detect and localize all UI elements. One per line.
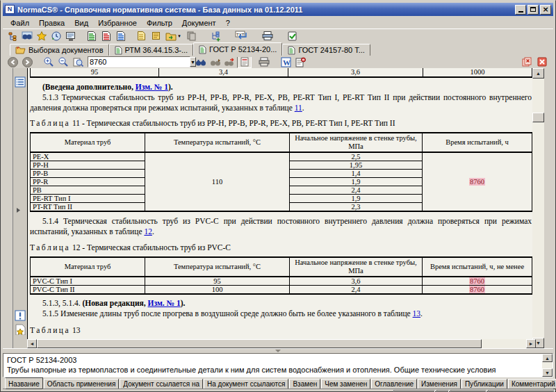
caption-word: Таблица	[30, 326, 70, 334]
minimize-button[interactable]	[515, 5, 526, 15]
time-cell: 8760	[423, 152, 532, 211]
check-status-button[interactable]	[285, 30, 300, 42]
find-button[interactable]	[193, 56, 208, 68]
table-13-link[interactable]: 13	[413, 309, 421, 318]
maximize-button[interactable]	[528, 5, 539, 15]
splitter-collapse-icon[interactable]	[275, 350, 281, 352]
page-setup-button[interactable]	[261, 30, 275, 42]
zoom-scale-button[interactable]	[70, 56, 85, 68]
open-text-button[interactable]	[134, 30, 149, 42]
app-icon[interactable]: N	[5, 5, 15, 14]
folder-export-icon	[165, 31, 177, 41]
copy-button[interactable]	[184, 30, 199, 42]
nav-back-button[interactable]	[6, 56, 20, 68]
vertical-scrollbar[interactable]: ▲ ▼	[532, 68, 544, 348]
amendment-link[interactable]: Изм. № 1	[148, 299, 181, 307]
export-folder-button[interactable]: ▾	[163, 30, 184, 42]
info-tab-changes[interactable]: Изменения	[418, 379, 461, 389]
tree-plus-icon	[211, 31, 222, 42]
column-header: Температура испытаний, °С	[145, 257, 290, 277]
export-word-button[interactable]: W	[279, 56, 293, 68]
scroll-track[interactable]	[532, 68, 544, 348]
paragraph-new-edition: 5.1.3, 5.1.4. (Новая редакция, Изм. № 1)…	[30, 298, 532, 309]
tab-rtm-36-44[interactable]: РТМ 36.44.15.3-...	[109, 44, 194, 56]
material-cell: PT-RT Тип II	[31, 202, 145, 211]
info-tab-referenced-by[interactable]: На документ ссылаются	[204, 379, 288, 389]
tab-gost-r-52134[interactable]: ГОСТ Р 52134-20...	[193, 42, 282, 56]
info-tab-comment[interactable]: Комментарий	[508, 379, 556, 389]
text-view-toggle[interactable]	[237, 56, 252, 68]
table-11-link[interactable]: 11	[295, 104, 302, 112]
table-row: PVC-C Тип II 100 2,4 8760	[31, 285, 532, 294]
text-compare-button[interactable]: TXT	[233, 30, 251, 42]
menu-filter[interactable]: Фильтр	[142, 18, 177, 28]
print-button[interactable]	[257, 56, 272, 68]
history-clock-icon	[51, 31, 62, 42]
search-input[interactable]	[88, 57, 190, 67]
zoom-in-icon	[43, 56, 54, 67]
doc-properties-icon	[295, 57, 306, 67]
info-tab-references-to[interactable]: Документ ссылается на	[120, 379, 203, 389]
menu-file[interactable]: Файл	[6, 18, 34, 28]
menu-favorites[interactable]: Избранное	[93, 18, 142, 28]
find-next-button[interactable]	[208, 56, 222, 68]
bookmark-star-icon[interactable]	[15, 324, 26, 335]
tab-gost-24157[interactable]: ГОСТ 24157-80 Т...	[282, 44, 370, 56]
menu-edit[interactable]: Правка	[34, 18, 70, 28]
close-all-documents-button[interactable]	[520, 56, 534, 68]
notes-list-icon[interactable]	[15, 76, 26, 88]
caption-word: Таблица	[30, 119, 70, 127]
menu-help[interactable]: ?	[221, 18, 235, 28]
info-tab-replaced-by[interactable]: Чем заменен	[321, 379, 370, 389]
scroll-down-button[interactable]: ▼	[542, 368, 553, 377]
search-documents-button[interactable]	[19, 30, 34, 42]
close-button[interactable]: ×	[540, 5, 551, 15]
find-in-found-button[interactable]	[222, 56, 237, 68]
info-tab-scope[interactable]: Область применения	[44, 379, 120, 389]
table-12-link[interactable]: 12	[144, 227, 152, 236]
doc-status-replaced-button[interactable]	[113, 30, 128, 42]
stress-cell: 1,9	[290, 194, 423, 202]
open-card-button[interactable]	[149, 30, 163, 42]
horizontal-scrollbar[interactable]: ◄ ►	[27, 339, 536, 348]
info-panel-scrollbar[interactable]: ▲ ▼	[542, 354, 553, 377]
table-12-caption: Таблица 12 - Термическая стабильность тр…	[30, 243, 534, 252]
info-tab-name[interactable]: Название	[5, 377, 43, 389]
info-tab-publications[interactable]: Публикации	[461, 379, 507, 389]
scroll-left-button[interactable]: ◄	[27, 339, 37, 348]
menu-view[interactable]: Вид	[70, 18, 93, 28]
nav-forward-button[interactable]	[20, 56, 35, 68]
paragraph-text: 5.1.3, 5.1.4.	[42, 299, 83, 307]
scroll-up-button[interactable]: ▲	[532, 68, 544, 79]
history-button[interactable]	[49, 30, 63, 42]
copy-pages-icon	[186, 31, 197, 41]
info-tab-replaces[interactable]: Взамен	[289, 379, 320, 389]
panel-splitter[interactable]	[3, 348, 553, 353]
paragraph-text-end: .	[420, 309, 423, 318]
printer-icon	[262, 31, 274, 41]
stress-cell: 3,6	[290, 277, 423, 286]
add-to-selection-button[interactable]	[208, 30, 223, 42]
scroll-up-button[interactable]: ▲	[542, 354, 553, 362]
doc-status-active-button[interactable]	[84, 30, 99, 42]
classifier-tree-button[interactable]	[5, 30, 19, 42]
scroll-thumb[interactable]	[532, 113, 544, 122]
annotation-warning-icon[interactable]	[15, 310, 26, 321]
tab-label: ГОСТ Р 52134-20...	[209, 45, 277, 54]
scroll-thumb[interactable]	[37, 339, 482, 348]
close-document-button[interactable]	[534, 56, 549, 68]
table-cell: 1000	[423, 68, 532, 77]
zoom-out-button[interactable]	[56, 56, 70, 68]
doc-properties-button[interactable]	[293, 56, 308, 68]
menu-document[interactable]: Документ	[177, 18, 221, 28]
scroll-right-button[interactable]: ►	[526, 339, 536, 348]
favorites-button[interactable]	[34, 30, 49, 42]
info-tab-contents[interactable]: Оглавление	[371, 379, 417, 389]
zoom-in-button[interactable]	[41, 56, 56, 68]
amendment-link[interactable]: Изм. № 1	[136, 83, 168, 91]
tab-label: РТМ 36.44.15.3-...	[125, 46, 188, 54]
monitoring-button[interactable]	[63, 30, 78, 42]
table-11: Материал труб Температура испытаний, °С …	[30, 132, 532, 212]
doc-status-cancelled-button[interactable]	[99, 30, 113, 42]
tab-selection[interactable]: Выборка документов	[10, 44, 109, 56]
